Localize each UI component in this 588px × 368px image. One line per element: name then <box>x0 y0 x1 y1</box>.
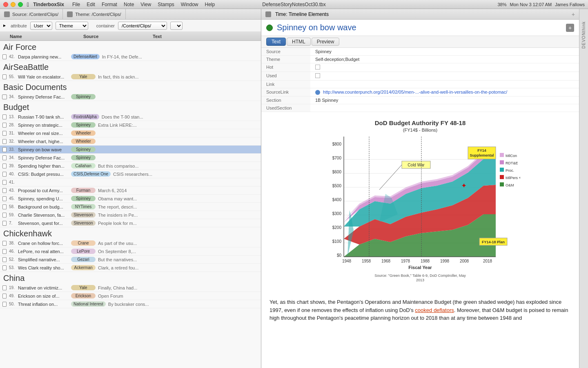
svg-text:$400: $400 <box>332 197 342 202</box>
list-item[interactable]: 50. Threat inflation on... National Inte… <box>0 300 261 308</box>
svg-text:DoD Budget Authority FY 48-18: DoD Budget Authority FY 48-18 <box>375 119 466 126</box>
list-item[interactable]: 53. Wes Clark reality sho... Ackerman Cl… <box>0 264 261 272</box>
row-num: 45. <box>9 196 18 201</box>
list-item[interactable]: 43. Proposal to cut Army... Furman March… <box>0 186 261 195</box>
svg-text:O&M: O&M <box>506 183 514 187</box>
cooked-deflators-link[interactable]: cooked deflators <box>415 307 454 313</box>
minimize-button[interactable] <box>11 2 16 7</box>
menu-format[interactable]: Format <box>102 2 117 7</box>
row-badge: National Interest <box>71 301 106 307</box>
source-panel-header[interactable]: Source: /Content/Clips/ <box>0 9 63 19</box>
row-title: Charlie Stevenson, fa... <box>18 213 71 218</box>
tab-preview[interactable]: Preview <box>312 38 340 46</box>
row-text: Extra Link HERE:... <box>98 123 259 128</box>
row-badge: CSIS,Defense One <box>71 171 111 177</box>
titlebar:  TinderboxSix File Edit Format Note Vie… <box>0 0 588 9</box>
row-text: On September 8,... <box>98 249 259 254</box>
list-item[interactable]: 55. Will Yale on escalator... Yale In fa… <box>0 73 261 81</box>
row-icon-note <box>2 285 7 291</box>
menu-view[interactable]: View <box>140 2 151 7</box>
attr-user-select[interactable]: User <box>30 22 52 30</box>
traffic-lights[interactable] <box>3 2 23 7</box>
menu-edit[interactable]: Edit <box>87 2 95 7</box>
theme-icon <box>67 11 73 17</box>
row-icon-note <box>2 249 7 254</box>
apple-menu[interactable]:  <box>27 1 29 8</box>
meta-row-sourcelink: SourceLink http://www.counterpunch.org/2… <box>261 88 579 96</box>
tab-html[interactable]: HTML <box>287 38 311 46</box>
list-item[interactable]: 19. Narrative on victimiz... Yale Finall… <box>0 284 261 292</box>
row-badge: Spinney <box>71 122 96 128</box>
attr-theme-select[interactable]: Theme <box>56 22 88 30</box>
list-item[interactable]: 42. Darpa planning new... DefenseAlert I… <box>0 53 261 61</box>
menu-note[interactable]: Note <box>124 2 134 7</box>
list-item[interactable]: 39. Spending higher than... Callahan But… <box>0 162 261 170</box>
list-item[interactable]: 46. LePore, no real atten... LePore On S… <box>0 247 261 256</box>
meta-label-used: Used <box>261 72 310 81</box>
note-add-button[interactable]: + <box>566 24 574 32</box>
row-title: Erickson on size of... <box>18 294 71 298</box>
list-item[interactable]: 13. Russian T-90 tank sh... FoxtrotAlpha… <box>0 113 261 121</box>
list-item[interactable]: 38. Crane on hollow forc... Crane As par… <box>0 239 261 247</box>
meta-label-sourcelink: SourceLink <box>261 88 310 96</box>
used-checkbox[interactable] <box>315 73 320 78</box>
list-item[interactable]: 34. Spinney Defense Fac... Spinney <box>0 154 261 162</box>
tab-text[interactable]: Text <box>266 38 286 46</box>
menu-window[interactable]: Window <box>181 2 198 7</box>
sourcelink-url[interactable]: http://www.counterpunch.org/2014/02/05/m… <box>323 90 507 94</box>
row-icon-container <box>2 94 7 100</box>
row-title: Spinney Defense Fac... <box>18 155 71 160</box>
row-icon-note <box>2 196 7 202</box>
menu-help[interactable]: Help <box>205 2 215 7</box>
disclosure-triangle[interactable]: ▶ <box>3 24 6 27</box>
list-item[interactable]: 49. Erickson on size of... Erickson Open… <box>0 292 261 300</box>
fullscreen-button[interactable] <box>18 2 23 7</box>
row-icon-note <box>2 220 7 226</box>
attr-extra-select[interactable] <box>170 22 183 30</box>
list-item[interactable]: 7. Stevenson, quest for... Stevenson Peo… <box>0 219 261 227</box>
row-icon-note <box>2 188 7 193</box>
devon-sidebar: DEVONthink <box>579 9 588 368</box>
row-title: Wheeler chart, highe... <box>18 139 71 144</box>
row-text: But this compariso... <box>98 164 259 168</box>
tabs-row: Text HTML Preview <box>261 36 579 48</box>
hot-checkbox[interactable] <box>315 65 320 70</box>
svg-text:1978: 1978 <box>401 259 410 263</box>
content-area[interactable]: Source Spinney Theme Self-deception;Budg… <box>261 48 579 368</box>
row-title: Spinney Defense Fac... <box>18 94 71 99</box>
list-item[interactable]: 28. Spinney on strategic... Spinney Extr… <box>0 121 261 129</box>
menu-stamps[interactable]: Stamps <box>158 2 174 7</box>
svg-text:2018: 2018 <box>483 259 492 263</box>
list-item-selected[interactable]: 33. Spinney on bow wave Spinney <box>0 146 261 154</box>
list-area[interactable]: Air Force 42. Darpa planning new... Defe… <box>0 41 261 368</box>
body-text: Yet, as this chart shows, the Pentagon's… <box>261 293 579 327</box>
list-item[interactable]: 45. Spinney, spending U... Spinney Obama… <box>0 195 261 203</box>
list-item[interactable]: 59. Charlie Stevenson, fa... Stevenson T… <box>0 211 261 219</box>
list-item[interactable]: 52. Simplified narrative... Gezari But t… <box>0 256 261 264</box>
row-text: As part of the usu... <box>98 241 259 246</box>
row-icon-note <box>2 204 7 210</box>
list-item[interactable]: 40. CSIS: Budget pressu... CSIS,Defense … <box>0 170 261 178</box>
row-badge: LePore <box>71 249 96 254</box>
expand-button[interactable]: + <box>572 11 575 18</box>
list-item[interactable]: 58. Background on budg... NYTimes The re… <box>0 203 261 211</box>
meta-label-link: Link <box>261 81 310 88</box>
menu-file[interactable]: File <box>72 2 80 7</box>
row-title: Spinney, spending U... <box>18 196 71 201</box>
meta-value-theme: Self-deception;Budget <box>310 56 579 63</box>
group-chickenhawk: Chickenhawk <box>0 227 261 239</box>
row-icon-note <box>2 212 7 218</box>
list-item[interactable]: 34. Spinney Defense Fac... Spinney <box>0 93 261 101</box>
list-item[interactable]: 41. <box>0 178 261 186</box>
row-title: CSIS: Budget pressu... <box>18 172 71 177</box>
close-button[interactable] <box>3 2 8 7</box>
budget-chart: DoD Budget Authority FY 48-18 (FY14$ - B… <box>320 116 520 288</box>
list-item[interactable]: 32. Wheeler chart, highe... Wheeler <box>0 137 261 146</box>
group-china: China <box>0 272 261 284</box>
attr-path-select[interactable]: /Content/Clips/ <box>118 22 167 30</box>
svg-text:Supplemental: Supplemental <box>470 153 494 157</box>
list-item[interactable]: 31. Wheeler on real size... Wheeler <box>0 129 261 137</box>
group-airseabattle: AirSeaBattle <box>0 61 261 73</box>
row-num: 41. <box>9 180 18 184</box>
theme-panel-header[interactable]: Theme: /Content/Clips/ <box>63 9 126 19</box>
